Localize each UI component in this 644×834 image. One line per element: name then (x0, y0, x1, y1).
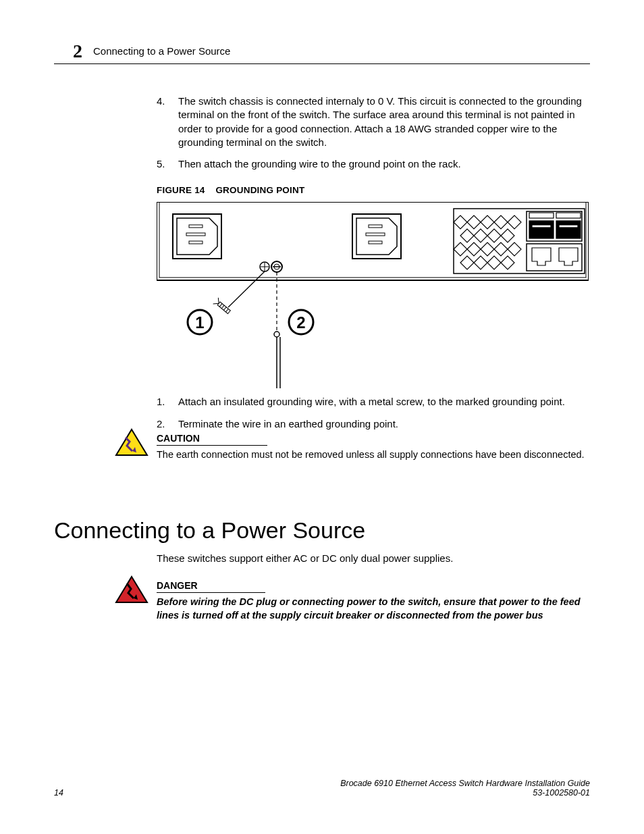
chapter-title: Connecting to a Power Source (93, 45, 230, 57)
svg-rect-14 (529, 221, 554, 238)
figure-label: FIGURE 14 (157, 185, 205, 195)
figure-grounding-point: 1 2 (157, 202, 589, 391)
section-intro: These switches support either AC or DC o… (157, 552, 589, 564)
page-header: 2 Connecting to a Power Source (73, 41, 230, 62)
danger-block: DANGER Before wiring the DC plug or conn… (115, 579, 587, 622)
steps-list-a: 4. The switch chassis is connected inter… (157, 95, 589, 171)
svg-rect-17 (559, 225, 578, 228)
svg-rect-15 (556, 221, 581, 238)
body-content: 4. The switch chassis is connected inter… (157, 95, 589, 439)
danger-text: Before wiring the DC plug or connecting … (157, 596, 587, 622)
page-number: 14 (54, 788, 63, 798)
section-heading: Connecting to a Power Source (54, 517, 365, 544)
chapter-number: 2 (73, 41, 82, 62)
caution-icon (115, 428, 149, 458)
step-text: Attach an insulated grounding wire, with… (178, 395, 565, 409)
danger-title: DANGER (157, 580, 265, 593)
steps-list-b: 1. Attach an insulated grounding wire, w… (157, 395, 589, 431)
step-number: 5. (157, 157, 171, 171)
step-number: 2. (157, 417, 171, 431)
header-rule (54, 63, 590, 64)
svg-rect-16 (532, 225, 551, 228)
danger-icon (115, 575, 149, 605)
svg-rect-26 (217, 302, 230, 313)
footer-doc-title: Brocade 6910 Ethernet Access Switch Hard… (340, 779, 590, 788)
step-number: 1. (157, 395, 171, 409)
step-text: Terminate the wire in an earthed groundi… (178, 417, 398, 431)
footer-doc-number: 53-1002580-01 (533, 788, 590, 798)
svg-point-32 (274, 332, 279, 337)
caution-block: CAUTION The earth connection must not be… (115, 432, 587, 462)
step-number: 4. (157, 95, 171, 149)
figure-title: GROUNDING POINT (215, 185, 304, 195)
caution-text: The earth connection must not be removed… (157, 448, 587, 462)
svg-text:1: 1 (195, 313, 204, 332)
svg-text:2: 2 (296, 313, 305, 332)
caution-title: CAUTION (157, 433, 267, 446)
page-footer: 14 Brocade 6910 Ethernet Access Switch H… (54, 779, 590, 798)
figure-caption: FIGURE 14 GROUNDING POINT (157, 184, 589, 197)
step-text: The switch chassis is connected internal… (178, 95, 589, 149)
step-text: Then attach the grounding wire to the gr… (178, 157, 461, 171)
